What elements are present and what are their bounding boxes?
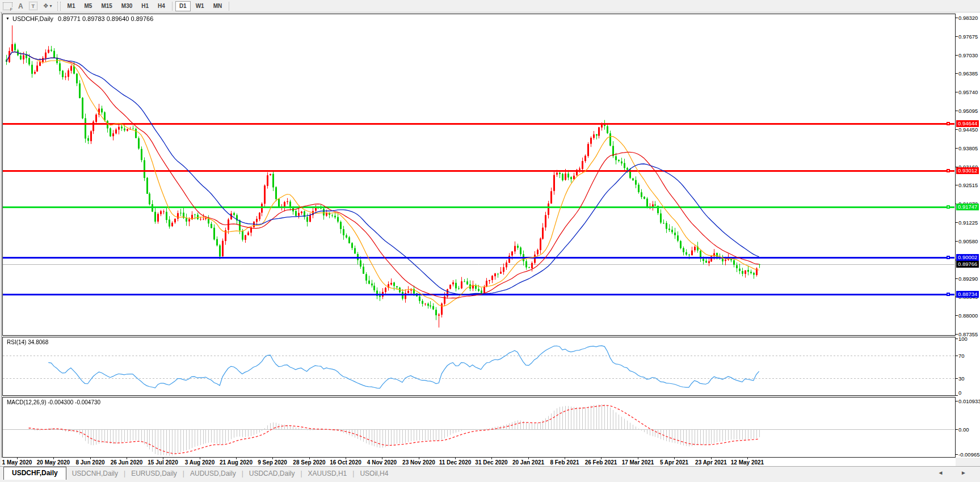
chart-tab-bar: USDCHF,DailyUSDCNH,Daily|EURUSD,Daily|AU…: [0, 466, 980, 480]
timeframe-button-w1[interactable]: W1: [192, 1, 208, 11]
hline-price-label: 0.90002: [956, 254, 979, 261]
date-axis-label: 1 May 2020: [2, 459, 32, 466]
timeframe-button-h1[interactable]: H1: [137, 1, 153, 11]
top-toolbar: FAT❖▾M1M5M15M30H1H4D1W1MN: [0, 0, 980, 12]
tab-usoil[interactable]: USOil,H4: [354, 468, 394, 480]
date-axis-label: 5 Apr 2021: [660, 459, 688, 466]
rsi-axis-label: 30: [958, 375, 965, 382]
tab-scroll-arrows[interactable]: ◄ ►: [937, 470, 974, 476]
hline-price-label: 0.94644: [956, 120, 979, 127]
rsi-label: RSI(14) 34.8068: [7, 339, 48, 345]
rsi-axis-label: 70: [958, 353, 965, 359]
date-axis-label: 8 Feb 2021: [550, 459, 579, 466]
grid-f-letter: F: [10, 7, 12, 11]
tab-xauusd[interactable]: XAUUSD,H1: [302, 468, 353, 480]
tab-scroll-left-icon[interactable]: ◄: [937, 470, 961, 476]
date-axis-label: 12 May 2021: [731, 459, 764, 466]
toolbar-separator: [229, 2, 229, 11]
shapes-tool-icon[interactable]: ❖▾: [43, 2, 52, 11]
tab-usdchf[interactable]: USDCHF,Daily: [3, 467, 66, 480]
tab-usdcad[interactable]: USDCAD,Daily: [243, 468, 301, 480]
price-axis-tick: [956, 111, 958, 111]
dropdown-arrow-icon[interactable]: ▾: [50, 3, 52, 9]
chart-symbol-period: USDCHF,Daily: [12, 15, 53, 22]
hline-price-label: 0.88734: [956, 291, 979, 298]
date-axis-label: 17 Mar 2021: [622, 459, 654, 466]
price-axis-tick: [956, 222, 958, 223]
price-axis-label: 0.97675: [958, 33, 978, 40]
text-tool-icon[interactable]: A: [18, 2, 23, 11]
price-axis-tick: [956, 129, 958, 130]
shapes-glyph: ❖: [43, 2, 49, 10]
date-axis-label: 11 Dec 2020: [439, 459, 472, 466]
date-axis-label: 4 Nov 2020: [367, 459, 397, 466]
date-axis-label: 31 Dec 2020: [475, 459, 507, 466]
tab-usdcnh[interactable]: USDCNH,Daily: [66, 468, 124, 480]
current-price-label: 0.89766: [956, 261, 979, 268]
date-axis: 1 May 202020 May 20208 Jun 202026 Jun 20…: [2, 458, 956, 466]
date-axis-label: 28 Sep 2020: [293, 459, 325, 466]
label-t-glyph: T: [29, 2, 37, 10]
price-axis-tick: [956, 334, 958, 335]
price-axis-label: 0.97030: [958, 52, 978, 58]
label-tool-icon[interactable]: T: [29, 2, 37, 11]
price-axis-tick: [956, 36, 958, 37]
date-axis-label: 8 Jun 2020: [75, 459, 104, 466]
price-axis-label: 0.92515: [958, 182, 978, 188]
price-axis-label: 0.90580: [958, 238, 978, 244]
date-axis-label: 23 Apr 2021: [695, 459, 727, 466]
macd-axis-tick: [956, 454, 958, 455]
timeframe-button-mn[interactable]: MN: [209, 1, 226, 11]
tab-audusd[interactable]: AUDUSD,Daily: [184, 468, 242, 480]
terminal-window: FAT❖▾M1M5M15M30H1H4D1W1MN ▼USDCHF,Daily0…: [0, 0, 980, 482]
price-axis-tick: [956, 18, 958, 18]
rsi-axis-label: 100: [958, 336, 968, 342]
date-axis-label: 9 Sep 2020: [258, 459, 287, 466]
macd-axis-label: 0.010933: [958, 398, 980, 404]
macd-axis-label: -0.009653: [958, 451, 980, 458]
price-axis-tick: [956, 315, 958, 316]
timeframe-button-m30[interactable]: M30: [117, 1, 136, 11]
rsi-axis-tick: [956, 339, 958, 339]
timeframe-button-m15[interactable]: M15: [97, 1, 116, 11]
macd-axis-tick: [956, 429, 958, 430]
date-axis-label: 3 Aug 2020: [185, 459, 214, 466]
tab-eurusd[interactable]: EURUSD,Daily: [125, 468, 183, 480]
price-chart-canvas[interactable]: [2, 14, 956, 336]
rsi-axis-tick: [956, 378, 958, 379]
date-axis-label: 15 Jul 2020: [148, 459, 178, 466]
rsi-indicator-canvas[interactable]: [2, 337, 956, 396]
date-axis-label: 21 Aug 2020: [220, 459, 253, 466]
price-axis-tick: [956, 241, 958, 242]
price-axis-tick: [956, 92, 958, 92]
text-a-glyph: A: [18, 2, 23, 10]
timeframe-button-m1[interactable]: M1: [64, 1, 79, 11]
macd-indicator-canvas[interactable]: [2, 397, 956, 458]
price-axis-label: 0.95095: [958, 108, 978, 114]
price-axis-label: 0.98320: [958, 15, 978, 21]
price-axis-label: 0.88000: [958, 312, 978, 319]
price-axis-tick: [956, 148, 958, 149]
window-left-border: [1, 12, 2, 458]
collapse-triangle-icon[interactable]: ▼: [6, 16, 10, 20]
price-axis-label: 0.93805: [958, 145, 978, 151]
chart-ohlc-values: 0.89771 0.89783 0.89640 0.89766: [58, 15, 153, 22]
grid-f-tool-icon[interactable]: F: [3, 2, 12, 11]
timeframe-button-m5[interactable]: M5: [80, 1, 96, 11]
date-axis-label: 16 Oct 2020: [330, 459, 361, 466]
hline-price-label: 0.91747: [956, 204, 979, 210]
toolbar-separator: [172, 2, 173, 11]
macd-label: MACD(12,26,9) -0.004300 -0.004730: [7, 399, 100, 405]
toolbar-grip[interactable]: [57, 2, 61, 11]
price-axis-label: 0.96385: [958, 70, 978, 77]
chart-title[interactable]: ▼USDCHF,Daily0.89771 0.89783 0.89640 0.8…: [6, 15, 153, 22]
hline-price-label: 0.93012: [956, 167, 979, 174]
price-axis-label: 0.95740: [958, 89, 978, 95]
rsi-axis-tick: [956, 395, 958, 396]
timeframe-button-d1[interactable]: D1: [175, 1, 191, 11]
date-axis-label: 20 May 2020: [37, 459, 70, 466]
price-axis-tick: [956, 185, 958, 185]
timeframe-button-h4[interactable]: H4: [154, 1, 169, 11]
tab-scroll-right-icon[interactable]: ►: [961, 470, 974, 476]
macd-axis-tick: [956, 401, 958, 401]
